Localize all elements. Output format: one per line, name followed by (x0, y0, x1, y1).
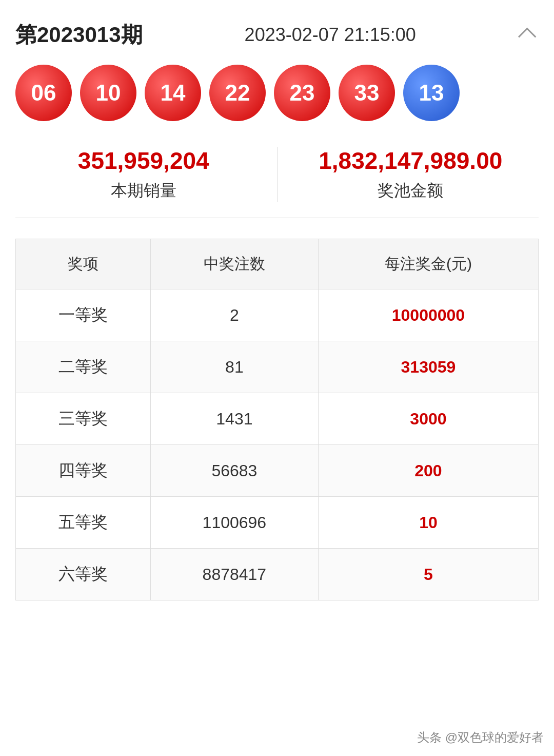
prize-amount: 3000 (318, 393, 538, 445)
table-row: 五等奖110069610 (16, 497, 539, 549)
table-body: 一等奖210000000二等奖81313059三等奖14313000四等奖566… (16, 289, 539, 600)
red-ball: 33 (339, 65, 395, 121)
prize-amount: 5 (318, 549, 538, 600)
prize-amount: 10000000 (318, 289, 538, 341)
prize-count: 1431 (150, 393, 318, 445)
sales-value: 351,959,204 (15, 147, 272, 175)
balls-row: 06101422233313 (15, 65, 539, 121)
chevron-up-icon[interactable] (518, 25, 539, 45)
main-container: 第2023013期 2023-02-07 21:15:00 0610142223… (0, 0, 554, 631)
red-ball: 06 (15, 65, 72, 121)
pool-value: 1,832,147,989.00 (283, 147, 539, 175)
prize-count: 8878417 (150, 549, 318, 600)
prize-name: 三等奖 (16, 393, 151, 445)
table-row: 三等奖14313000 (16, 393, 539, 445)
sales-block: 351,959,204 本期销量 (15, 147, 272, 202)
prize-count: 1100696 (150, 497, 318, 549)
col-header-name: 奖项 (16, 239, 151, 289)
prize-count: 2 (150, 289, 318, 341)
table-header: 奖项 中奖注数 每注奖金(元) (16, 239, 539, 289)
table-row: 一等奖210000000 (16, 289, 539, 341)
prize-amount: 10 (318, 497, 538, 549)
red-ball: 10 (80, 65, 136, 121)
red-ball: 23 (274, 65, 330, 121)
prize-amount: 200 (318, 445, 538, 497)
issue-number: 第2023013期 (15, 21, 143, 49)
red-ball: 14 (145, 65, 201, 121)
prize-name: 五等奖 (16, 497, 151, 549)
blue-ball: 13 (403, 65, 460, 121)
footer-watermark: 头条 @双色球的爱好者 (417, 729, 544, 746)
prize-name: 一等奖 (16, 289, 151, 341)
red-ball: 22 (209, 65, 266, 121)
stats-row: 351,959,204 本期销量 1,832,147,989.00 奖池金额 (15, 147, 539, 218)
col-header-amount: 每注奖金(元) (318, 239, 538, 289)
prize-amount: 313059 (318, 341, 538, 393)
table-row: 二等奖81313059 (16, 341, 539, 393)
stat-divider (277, 147, 278, 202)
prize-name: 二等奖 (16, 341, 151, 393)
prize-table: 奖项 中奖注数 每注奖金(元) 一等奖210000000二等奖81313059三… (15, 239, 539, 600)
header-row: 第2023013期 2023-02-07 21:15:00 (15, 21, 539, 49)
col-header-count: 中奖注数 (150, 239, 318, 289)
draw-date: 2023-02-07 21:15:00 (245, 24, 416, 46)
table-row: 四等奖56683200 (16, 445, 539, 497)
prize-count: 81 (150, 341, 318, 393)
prize-name: 四等奖 (16, 445, 151, 497)
pool-block: 1,832,147,989.00 奖池金额 (283, 147, 539, 202)
prize-name: 六等奖 (16, 549, 151, 600)
pool-label: 奖池金额 (283, 180, 539, 202)
sales-label: 本期销量 (15, 180, 272, 202)
prize-count: 56683 (150, 445, 318, 497)
table-row: 六等奖88784175 (16, 549, 539, 600)
